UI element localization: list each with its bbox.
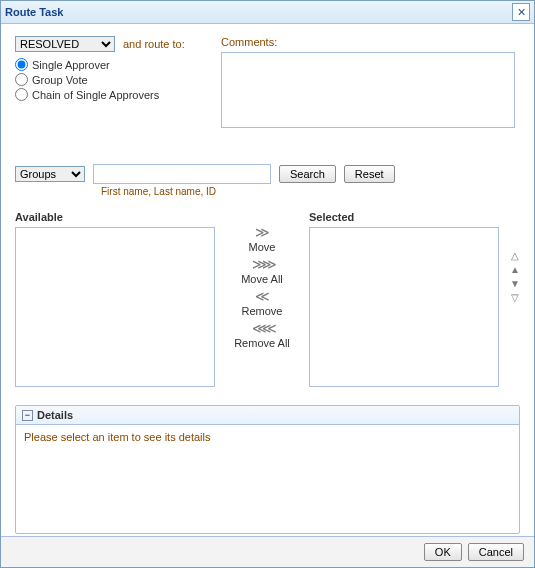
move-all-button[interactable]: ≫≫ Move All: [241, 257, 283, 285]
search-input[interactable]: [93, 164, 271, 184]
available-listbox[interactable]: [15, 227, 215, 387]
search-button[interactable]: Search: [279, 165, 336, 183]
details-body-text: Please select an item to see its details: [16, 425, 519, 533]
details-panel: − Details Please select an item to see i…: [15, 405, 520, 534]
comments-textarea[interactable]: [221, 52, 515, 128]
route-mode-single-radio[interactable]: [15, 58, 28, 71]
status-select[interactable]: RESOLVED: [15, 36, 115, 52]
move-left-icon: ≪: [255, 289, 270, 303]
dialog-footer: OK Cancel: [1, 536, 534, 567]
move-bottom-icon[interactable]: ▽: [511, 293, 519, 303]
dialog-title: Route Task: [5, 6, 63, 18]
search-hint: First name, Last name, ID: [101, 186, 520, 197]
move-all-right-icon: ≫≫: [252, 257, 272, 271]
and-route-to-label: and route to:: [123, 38, 185, 50]
available-label: Available: [15, 211, 215, 223]
route-mode-group[interactable]: Group Vote: [15, 73, 205, 86]
comments-label: Comments:: [221, 36, 520, 48]
details-title: Details: [37, 409, 73, 421]
move-all-left-icon: ≪≪: [252, 321, 272, 335]
move-top-icon[interactable]: △: [511, 251, 519, 261]
remove-button[interactable]: ≪ Remove: [242, 289, 283, 317]
move-up-icon[interactable]: ▲: [510, 265, 520, 275]
selected-listbox[interactable]: [309, 227, 499, 387]
route-task-dialog: Route Task ✕ RESOLVED and route to: Sing…: [0, 0, 535, 568]
titlebar: Route Task ✕: [1, 1, 534, 24]
close-icon[interactable]: ✕: [512, 3, 530, 21]
route-mode-radiogroup: Single Approver Group Vote Chain of Sing…: [15, 58, 205, 101]
selected-label: Selected: [309, 211, 499, 223]
route-mode-chain-radio[interactable]: [15, 88, 28, 101]
route-mode-chain[interactable]: Chain of Single Approvers: [15, 88, 205, 101]
search-scope-select[interactable]: Groups: [15, 166, 85, 182]
reset-button[interactable]: Reset: [344, 165, 395, 183]
cancel-button[interactable]: Cancel: [468, 543, 524, 561]
route-mode-group-radio[interactable]: [15, 73, 28, 86]
move-button[interactable]: ≫ Move: [249, 225, 276, 253]
collapse-icon[interactable]: −: [22, 410, 33, 421]
ok-button[interactable]: OK: [424, 543, 462, 561]
remove-all-button[interactable]: ≪≪ Remove All: [234, 321, 290, 349]
details-header[interactable]: − Details: [16, 406, 519, 425]
route-mode-single[interactable]: Single Approver: [15, 58, 205, 71]
move-down-icon[interactable]: ▼: [510, 279, 520, 289]
move-right-icon: ≫: [255, 225, 270, 239]
